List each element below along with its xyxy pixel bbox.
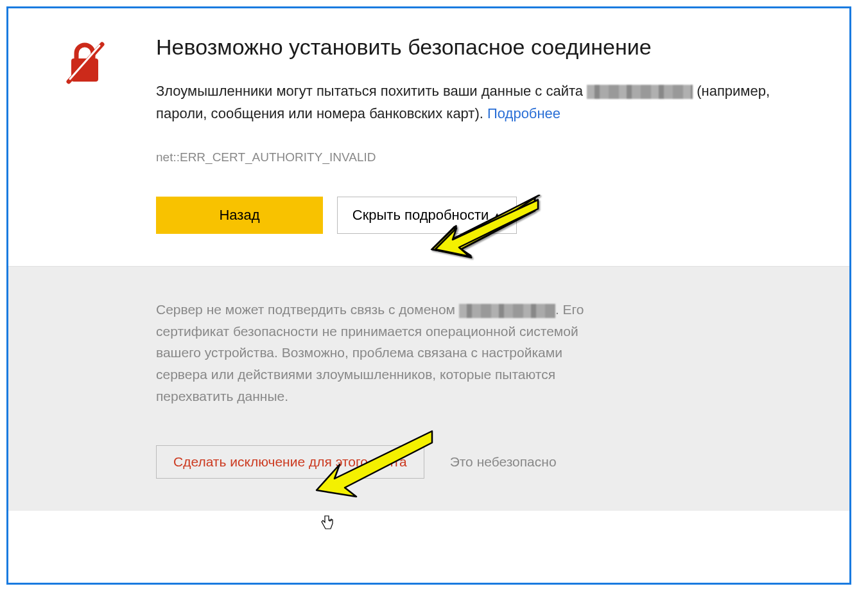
learn-more-link[interactable]: Подробнее (487, 105, 560, 121)
error-frame: Невозможно установить безопасное соедине… (6, 6, 851, 585)
insecure-lock-icon (66, 40, 105, 85)
details-section: Сервер не может подтвердить связь с доме… (8, 266, 849, 511)
redacted-domain-details (459, 304, 555, 318)
bottom-row: Сделать исключение для этого сайта Это н… (156, 445, 792, 479)
error-code: net::ERR_CERT_AUTHORITY_INVALID (156, 150, 792, 164)
unsafe-label: Это небезопасно (450, 454, 557, 470)
details-text: Сервер не может подтвердить связь с доме… (156, 299, 593, 407)
back-button[interactable]: Назад (156, 197, 323, 234)
triangle-up-icon: ▲ (492, 210, 501, 220)
content-column: Невозможно установить безопасное соедине… (130, 34, 792, 234)
icon-column (66, 34, 130, 234)
warning-text-before: Злоумышленники могут пытаться похитить в… (156, 83, 587, 99)
button-row: Назад Скрыть подробности ▲ (156, 197, 792, 234)
hide-details-label: Скрыть подробности (352, 207, 489, 224)
top-section: Невозможно установить безопасное соедине… (8, 8, 849, 266)
cursor-hand-icon (320, 515, 334, 531)
page-title: Невозможно установить безопасное соедине… (156, 34, 792, 60)
make-exception-button[interactable]: Сделать исключение для этого сайта (156, 445, 424, 479)
redacted-domain (587, 85, 693, 99)
details-text-before: Сервер не может подтвердить связь с доме… (156, 302, 459, 317)
warning-text: Злоумышленники могут пытаться похитить в… (156, 80, 792, 125)
hide-details-button[interactable]: Скрыть подробности ▲ (337, 197, 517, 234)
